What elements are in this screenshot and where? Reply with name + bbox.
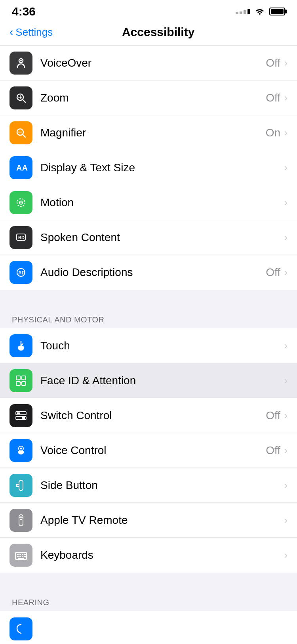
svg-rect-39 <box>24 554 26 555</box>
list-item[interactable]: Voice Control Off › <box>0 433 297 468</box>
voiceover-chevron: › <box>284 58 287 69</box>
list-item[interactable]: AA Display & Text Size › <box>0 150 297 185</box>
keyboards-label: Keyboards <box>40 549 280 562</box>
svg-point-33 <box>21 516 22 517</box>
status-time: 4:36 <box>12 5 36 18</box>
zoom-value: Off <box>266 92 280 104</box>
zoom-chevron: › <box>284 92 287 104</box>
svg-point-12 <box>21 202 22 203</box>
hearing-partial-icon <box>10 617 32 640</box>
audio-descriptions-label: Audio Descriptions <box>40 266 266 279</box>
svg-rect-44 <box>18 558 24 559</box>
magnifier-label: Magnifier <box>40 126 266 139</box>
magnifier-icon <box>10 121 32 144</box>
back-button[interactable]: ‹ Settings <box>10 26 53 38</box>
spoken-content-label: Spoken Content <box>40 231 280 244</box>
svg-rect-17 <box>16 376 20 380</box>
face-id-chevron: › <box>284 375 287 386</box>
list-item[interactable]: AD Audio Descriptions Off › <box>0 255 297 290</box>
list-item[interactable]: Keyboards › <box>0 538 297 573</box>
list-item[interactable]: BD Spoken Content › <box>0 220 297 255</box>
list-item[interactable]: Apple TV Remote › <box>0 503 297 538</box>
list-item[interactable]: Switch Control Off › <box>0 398 297 433</box>
apple-tv-remote-label: Apple TV Remote <box>40 514 280 527</box>
battery-icon <box>269 8 285 15</box>
svg-rect-26 <box>22 417 25 419</box>
face-id-icon <box>10 369 32 392</box>
svg-rect-29 <box>19 480 23 491</box>
display-text-label: Display & Text Size <box>40 161 280 174</box>
voice-control-label: Voice Control <box>40 444 266 457</box>
list-item[interactable]: Motion › <box>0 185 297 220</box>
voiceover-label: VoiceOver <box>40 57 266 69</box>
voiceover-value: Off <box>266 57 280 69</box>
switch-control-chevron: › <box>284 410 287 421</box>
side-button-chevron: › <box>284 480 287 491</box>
display-text-icon: AA <box>10 156 32 179</box>
side-button-icon <box>10 474 32 497</box>
vision-section: VoiceOver Off › Zoom Off › Magnifier On <box>0 46 297 290</box>
hearing-partial-row <box>0 611 297 644</box>
list-item[interactable]: VoiceOver Off › <box>0 46 297 80</box>
svg-rect-18 <box>22 376 26 380</box>
svg-point-28 <box>20 447 22 449</box>
touch-icon <box>10 334 32 357</box>
svg-rect-38 <box>22 554 23 555</box>
svg-rect-36 <box>17 554 19 555</box>
apple-tv-remote-icon <box>10 509 32 532</box>
side-button-label: Side Button <box>40 479 280 492</box>
switch-control-label: Switch Control <box>40 409 266 422</box>
spoken-content-chevron: › <box>284 232 287 243</box>
list-item[interactable]: Zoom Off › <box>0 80 297 115</box>
svg-rect-37 <box>19 554 21 555</box>
switch-control-icon <box>10 404 32 427</box>
audio-descriptions-value: Off <box>266 266 280 279</box>
hearing-section-header: HEARING <box>0 588 297 611</box>
list-item[interactable]: Side Button › <box>0 468 297 503</box>
nav-bar: ‹ Settings Accessibility <box>0 21 297 46</box>
svg-line-7 <box>23 134 25 137</box>
svg-rect-43 <box>24 556 26 557</box>
audio-descriptions-chevron: › <box>284 267 287 278</box>
svg-rect-42 <box>22 556 23 557</box>
apple-tv-remote-chevron: › <box>284 515 287 526</box>
touch-label: Touch <box>40 339 280 352</box>
magnifier-chevron: › <box>284 127 287 138</box>
display-text-chevron: › <box>284 162 287 173</box>
physical-motor-section: Touch › Face ID & Attention › <box>0 328 297 573</box>
svg-line-3 <box>23 100 25 102</box>
zoom-icon <box>10 86 32 109</box>
magnifier-value: On <box>266 126 280 139</box>
svg-rect-41 <box>19 556 21 557</box>
svg-point-22 <box>23 379 24 380</box>
svg-point-21 <box>19 379 20 380</box>
list-item[interactable]: Magnifier On › <box>0 115 297 150</box>
motion-label: Motion <box>40 196 280 209</box>
physical-motor-header: PHYSICAL AND MOTOR <box>0 306 297 328</box>
wifi-icon <box>254 7 265 17</box>
voice-control-value: Off <box>266 444 280 457</box>
voiceover-icon <box>10 52 32 75</box>
list-item[interactable]: Face ID & Attention › <box>0 363 297 398</box>
motion-chevron: › <box>284 197 287 208</box>
keyboards-chevron: › <box>284 550 287 561</box>
status-icons <box>236 7 285 17</box>
motion-icon <box>10 191 32 214</box>
voice-control-chevron: › <box>284 445 287 456</box>
face-id-label: Face ID & Attention <box>40 374 280 387</box>
svg-text:AA: AA <box>16 163 28 172</box>
svg-rect-40 <box>17 556 19 557</box>
svg-point-1 <box>20 60 22 61</box>
audio-descriptions-icon: AD <box>10 261 32 284</box>
section-divider <box>0 290 297 306</box>
back-chevron-icon: ‹ <box>10 26 13 38</box>
list-item[interactable]: Touch › <box>0 328 297 363</box>
voice-control-icon <box>10 439 32 462</box>
svg-rect-25 <box>17 412 20 414</box>
status-bar: 4:36 <box>0 0 297 21</box>
hearing-divider <box>0 573 297 588</box>
touch-chevron: › <box>284 340 287 351</box>
page-title: Accessibility <box>53 25 264 39</box>
zoom-label: Zoom <box>40 92 266 104</box>
switch-control-value: Off <box>266 409 280 422</box>
